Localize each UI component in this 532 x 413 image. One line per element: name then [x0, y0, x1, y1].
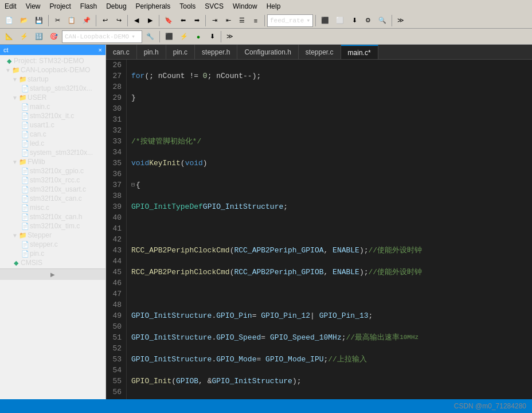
menu-tools[interactable]: Tools — [175, 1, 200, 11]
open-file-button[interactable]: 📂 — [17, 14, 31, 27]
format-button[interactable]: ☰ — [236, 14, 248, 27]
settings-button[interactable]: ⚙ — [362, 14, 374, 27]
code-line-35: RCC_APB2PeriphClockCmd(RCC_APB2Periph_GP… — [131, 267, 527, 278]
gpio-label: stm32f10x_gpio.c — [30, 167, 84, 175]
build-button[interactable]: ⬛ — [318, 14, 332, 27]
save-button[interactable]: 💾 — [32, 14, 46, 27]
main-c-label: main.c — [30, 103, 50, 111]
code-content[interactable]: for(; nCount != 0; nCount--); } /*按键管脚初始… — [127, 60, 532, 399]
code-editor[interactable]: 26 27 28 29 30 31 32 33 34 35 36 37 38 3… — [106, 60, 532, 399]
tb2-green[interactable]: ● — [192, 30, 205, 43]
tab-stepper-h[interactable]: stepper.h — [195, 45, 237, 59]
sidebar-item-can-h[interactable]: 📄 stm32f10x_can.h — [2, 212, 103, 221]
fold-btn-31[interactable]: ⊟ — [131, 180, 135, 190]
nav-back-button[interactable]: ◀ — [130, 14, 143, 27]
paste-button[interactable]: 📌 — [80, 14, 93, 27]
tab-can-c[interactable]: can.c — [106, 45, 137, 59]
indent-button[interactable]: ⇥ — [208, 14, 221, 27]
tab-pin-h[interactable]: pin.h — [137, 45, 166, 59]
new-file-button[interactable]: 📄 — [2, 14, 16, 27]
sidebar-item-pin-c[interactable]: 📄 pin.c — [2, 249, 103, 258]
project-icon: ◆ — [5, 57, 14, 65]
sidebar-resize-handle[interactable]: ▶ — [0, 268, 105, 280]
redo-button[interactable]: ↪ — [112, 14, 125, 27]
sidebar-item-led[interactable]: 📄 led.c — [2, 139, 103, 148]
copy-button[interactable]: 📋 — [65, 14, 79, 27]
separator-1 — [48, 15, 49, 26]
sidebar-item-startup[interactable]: ▼ 📁 startup — [2, 75, 103, 84]
download-button[interactable]: ⬇ — [348, 14, 361, 27]
cmsis-label: CMSIS — [21, 259, 42, 267]
next-bookmark-button[interactable]: ➡ — [190, 14, 203, 27]
more-button[interactable]: ≫ — [394, 14, 407, 27]
tb2-build2[interactable]: ⬛ — [162, 30, 176, 43]
feed-rate-input[interactable]: feed_rate ▾ — [267, 14, 313, 27]
menu-peripherals[interactable]: Peripherals — [131, 1, 175, 11]
code-line-33 — [131, 223, 527, 234]
sidebar-item-gpio[interactable]: 📄 stm32f10x_gpio.c — [2, 166, 103, 176]
ln-31: 31 — [108, 114, 122, 125]
menu-window[interactable]: Window — [228, 1, 262, 11]
align-button[interactable]: ≡ — [249, 14, 262, 27]
tb2-download2[interactable]: ⬇ — [206, 30, 218, 43]
menu-edit[interactable]: Edit — [0, 1, 21, 11]
tb2-target[interactable]: 🎯 — [47, 30, 61, 43]
sidebar-item-can[interactable]: 📄 can.c — [2, 130, 103, 139]
search-button[interactable]: 🔍 — [375, 14, 389, 27]
sidebar-item-stepper[interactable]: ▼ 📁 Stepper — [2, 231, 103, 240]
tab-stepper-c[interactable]: stepper.c — [299, 45, 341, 59]
undo-button[interactable]: ↩ — [99, 14, 111, 27]
sidebar-item-stepper-c[interactable]: 📄 stepper.c — [2, 240, 103, 249]
sidebar-item-cmsis[interactable]: ◆ CMSIS — [2, 258, 103, 267]
stepper-c-label: stepper.c — [30, 240, 58, 248]
can-loopback-label: CAN-Loopback-DEMO — [21, 66, 90, 74]
main-area: ct × ◆ Project: STM32-DEMO ▼ 📁 CAN-Loopb… — [0, 45, 532, 399]
tb2-wrench[interactable]: 🔧 — [143, 30, 157, 43]
sidebar-item-startup-file[interactable]: 📄 startup_stm32f10x... — [2, 84, 103, 93]
tab-configuration-h[interactable]: Configuration.h — [237, 45, 298, 59]
bookmark-button[interactable]: 🔖 — [162, 14, 175, 27]
tb2-more[interactable]: ≫ — [224, 30, 236, 43]
menu-svcs[interactable]: SVCS — [200, 1, 228, 11]
file-icon-main: 📄 — [21, 103, 30, 111]
file-icon-led: 📄 — [21, 140, 30, 147]
sidebar-item-tim[interactable]: 📄 stm32f10x_tim.c — [2, 221, 103, 231]
project-dropdown[interactable]: CAN-Loopback-DEMO ▾ — [62, 30, 142, 43]
tab-pin-c[interactable]: pin.c — [166, 45, 195, 59]
sidebar-item-main-c[interactable]: 📄 main.c — [2, 102, 103, 111]
menu-help[interactable]: Help — [262, 1, 285, 11]
tb2-btn2[interactable]: ⚡ — [17, 30, 31, 43]
sidebar-item-can-loopback[interactable]: ▼ 📁 CAN-Loopback-DEMO — [2, 65, 103, 75]
sidebar-item-rcc[interactable]: 📄 stm32f10x_rcc.c — [2, 176, 103, 185]
prev-bookmark-button[interactable]: ⬅ — [177, 14, 189, 27]
stepper-label: Stepper — [28, 231, 52, 239]
tb2-btn3[interactable]: 🔢 — [32, 30, 46, 43]
tb2-flash[interactable]: ⚡ — [177, 30, 191, 43]
sidebar-item-usart1[interactable]: 📄 usart1.c — [2, 120, 103, 130]
menu-view[interactable]: View — [21, 1, 45, 11]
stop-button[interactable]: ⬜ — [333, 14, 347, 27]
menu-debug[interactable]: Debug — [101, 1, 131, 11]
nav-forward-button[interactable]: ▶ — [144, 14, 157, 27]
sidebar-item-system[interactable]: 📄 system_stm32f10x... — [2, 148, 103, 157]
tab-main-c[interactable]: main.c* — [341, 45, 378, 59]
misc-label: misc.c — [30, 204, 49, 212]
menu-flash[interactable]: Flash — [76, 1, 101, 11]
project-root-item[interactable]: ◆ Project: STM32-DEMO — [2, 56, 103, 65]
ln-49: 49 — [108, 310, 122, 321]
unindent-button[interactable]: ⇤ — [222, 14, 234, 27]
sidebar-item-usart[interactable]: 📄 stm32f10x_usart.c — [2, 185, 103, 194]
sidebar-item-misc[interactable]: 📄 misc.c — [2, 203, 103, 212]
sidebar-item-fwlib[interactable]: ▼ 📁 FWlib — [2, 157, 103, 166]
toolbar-2: 📐 ⚡ 🔢 🎯 CAN-Loopback-DEMO ▾ 🔧 ⬛ ⚡ ● ⬇ ≫ — [0, 29, 532, 45]
tb2-btn1[interactable]: 📐 — [2, 30, 16, 43]
menu-project[interactable]: Project — [45, 1, 75, 11]
code-line-38: GPIO_InitStructure.GPIO_Speed = GPIO_Spe… — [131, 332, 527, 343]
code-line-26: for(; nCount != 0; nCount--); — [131, 71, 527, 81]
ln-55: 55 — [108, 376, 122, 387]
sidebar-item-stm32-it[interactable]: 📄 stm32f10x_it.c — [2, 111, 103, 120]
sidebar-close-button[interactable]: × — [99, 46, 102, 53]
sidebar-item-user[interactable]: ▼ 📁 USER — [2, 93, 103, 102]
sidebar-item-can-c[interactable]: 📄 stm32f10x_can.c — [2, 194, 103, 203]
cut-button[interactable]: ✂ — [51, 14, 64, 27]
